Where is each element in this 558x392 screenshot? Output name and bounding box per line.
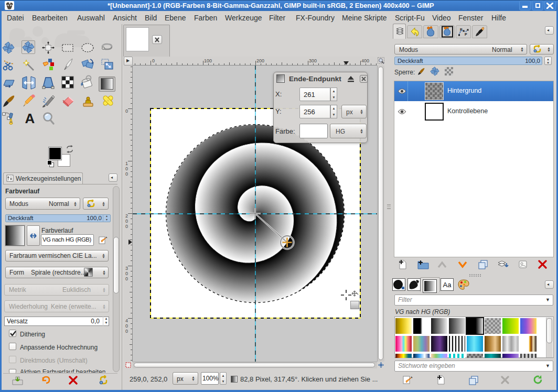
svg-text:P: P xyxy=(465,32,467,36)
svg-text:P: P xyxy=(460,28,463,31)
